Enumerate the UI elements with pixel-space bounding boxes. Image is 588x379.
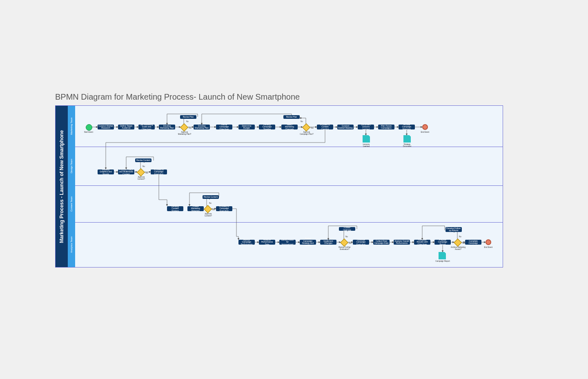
task-a9: Compare Results with Objectives (414, 240, 430, 245)
task-m1b: Revise Plan (180, 115, 196, 119)
diagram-title: BPMN Diagram for Marketing Process- Laun… (55, 92, 300, 102)
gateway-g6 (454, 239, 462, 247)
task-c2: Create Marketing Materials (187, 206, 204, 211)
doc-strategy-label: Strategy Document (401, 143, 413, 147)
task-c1b: Revise Content (203, 195, 219, 199)
doc-campaign-report (439, 252, 446, 259)
path-g1-no: No (185, 120, 190, 123)
path-g2-no: No (299, 120, 304, 123)
lane-label-column: Marketing Team Design Team Content Team … (68, 106, 75, 267)
task-m6: Define Campaign Objectives (216, 125, 232, 129)
task-m9b: Revise Plan (283, 115, 300, 119)
page-root: BPMN Diagram for Marketing Process- Laun… (0, 0, 588, 379)
gateway-g3 (137, 168, 145, 176)
task-a7: Collect Final Campaign Data (373, 240, 390, 245)
pool: Marketing Process - Launch of New Smartp… (55, 105, 503, 268)
task-m7: Determine Budget (238, 125, 255, 129)
task-a1: Monitor Campaign Performance (238, 240, 255, 245)
path-g1-yes: Yes (187, 127, 192, 129)
doc-campaign-report-label: Campaign Report (435, 260, 450, 262)
task-d3: Proceed to Campaign Execution (151, 169, 167, 174)
gateway-g5-label: Revise Further Evaluation? (337, 246, 352, 250)
lane-sep-2 (75, 185, 503, 186)
gateway-g3-label: Approve Content? (134, 176, 149, 180)
path-g5-no: No (344, 236, 349, 238)
task-m11: Conduct Debrief Meeting (337, 125, 354, 129)
gateway-g5 (340, 239, 348, 247)
task-m3: Set Marketing Goals and Objectives (138, 125, 155, 129)
gateway-g2 (302, 123, 310, 132)
lane-label-content: Content Team (68, 185, 75, 222)
doc-strategy (403, 135, 411, 143)
task-m12: Document Lessons Learned (358, 125, 374, 129)
gateway-g4-label: Approve Content? (201, 213, 216, 217)
gateway-g2-label: Approve Campaign Plan? (299, 131, 314, 135)
gateway-g1 (180, 123, 188, 132)
task-m1: Conduct Market Research (98, 125, 114, 129)
doc-lessons-label: Lessons Learned (360, 143, 372, 147)
path-g3-yes: Yes (144, 172, 149, 174)
task-c1: Develop Content Strategy (167, 206, 183, 211)
task-m10: Proceed to Content Creation (317, 125, 333, 129)
task-m8: Develop Campaign Timeline (259, 125, 275, 129)
end-event-2-label: End Event (482, 246, 494, 248)
pool-title: Marketing Process - Launch of New Smartp… (56, 106, 68, 267)
task-a10b: Develop Follow-up Actions (445, 227, 462, 232)
task-a5b: Further Optimize (339, 227, 355, 231)
task-m5: Develop Marketing Plan (194, 125, 210, 129)
task-d1: Develop Graphics and Visuals (98, 169, 114, 174)
path-g2-yes: Yes (310, 127, 314, 129)
task-a11: Complete Campaign (465, 240, 481, 245)
end-event-1 (422, 124, 428, 130)
path-g6-no: No (458, 236, 463, 238)
end-event-2 (486, 239, 491, 245)
task-c3: Proceed to Campaign Execution (216, 206, 232, 211)
lane-sep-1 (75, 147, 503, 147)
task-m13: Plan Future Campaigns (378, 125, 394, 129)
task-a10: Prepare Campaign Report (434, 240, 451, 245)
task-a3: Identify Areas for Improvement (279, 240, 296, 245)
task-m14: Archive Campaign Materials (399, 125, 415, 129)
path-g4-no: No (208, 202, 213, 204)
task-m4: Develop Marketing Plan (159, 125, 175, 129)
gateway-g1-label: Approve Marketing Plan? (177, 131, 192, 135)
start-event (86, 124, 92, 131)
lane-sep-3 (75, 222, 503, 223)
task-a8: Analyze Overall Performance (394, 240, 410, 245)
task-a2: Analyze Performance Data (259, 240, 275, 245)
path-g5-yes: Yes (347, 242, 352, 244)
task-m9: Select Marketing Channels (281, 125, 298, 129)
path-g3-no: No (141, 165, 146, 167)
lane-label-analytics: Analytics Team (68, 222, 75, 267)
task-a4: Refine Campaign Strategy and Tactics (300, 240, 316, 245)
start-event-label: Start Event (82, 131, 95, 133)
doc-lessons (363, 135, 370, 143)
task-a5: Implement Changes (320, 240, 336, 245)
gateway-g6-label: Archive Marketing Assets? (450, 246, 466, 250)
lane-label-design: Design Team (68, 147, 75, 185)
task-d1b: Revise Content (135, 158, 151, 162)
end-event-1-label: End Event (419, 131, 431, 133)
path-g4-yes: Yes (211, 209, 216, 211)
lane-label-marketing: Marketing Team (68, 106, 75, 147)
task-d2: Produce Videos and Multimedia Content (118, 169, 134, 174)
task-m2: Define Target Audience (118, 125, 134, 129)
task-a6: Continue Campaign Execution (353, 240, 369, 245)
